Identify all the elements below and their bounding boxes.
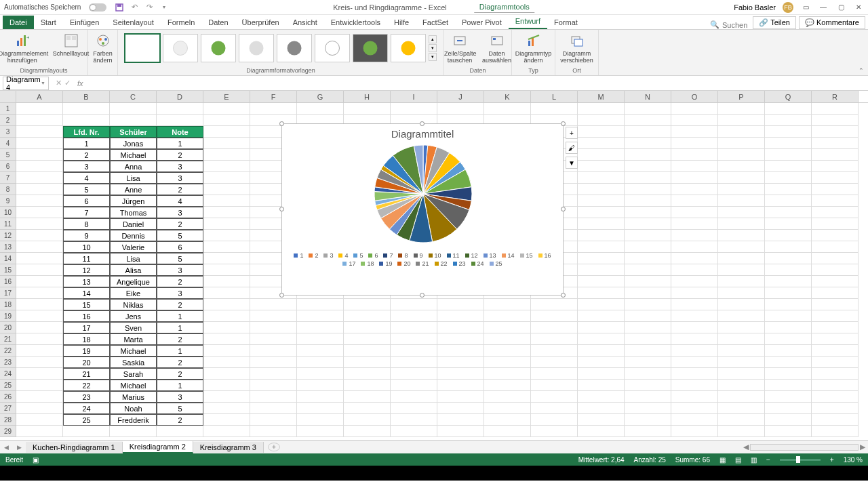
cell[interactable]: [484, 333, 531, 345]
cell[interactable]: [203, 149, 250, 161]
cell[interactable]: [391, 333, 437, 345]
cell[interactable]: [484, 345, 531, 357]
cell[interactable]: [765, 357, 812, 368]
cell[interactable]: [391, 403, 437, 414]
cell[interactable]: [203, 299, 250, 310]
cell[interactable]: [344, 391, 391, 403]
cell[interactable]: Thomas: [110, 207, 157, 218]
share-button[interactable]: 🔗 Teilen: [753, 16, 796, 29]
tab-factset[interactable]: FactSet: [416, 16, 455, 29]
cell[interactable]: [344, 380, 391, 391]
cell[interactable]: [578, 287, 625, 299]
row-header[interactable]: 10: [0, 207, 16, 218]
cell[interactable]: [578, 161, 625, 172]
chart-elements-button[interactable]: +: [566, 127, 578, 139]
fx-icon[interactable]: fx: [75, 79, 86, 87]
cell[interactable]: 3: [157, 264, 203, 276]
cell[interactable]: [671, 414, 718, 426]
cell[interactable]: [812, 149, 859, 161]
cell[interactable]: [250, 414, 297, 426]
cell[interactable]: [391, 322, 437, 333]
row-header[interactable]: 14: [0, 253, 16, 264]
chart-styles-button[interactable]: 🖌: [566, 142, 578, 154]
cell[interactable]: [157, 115, 203, 126]
cell[interactable]: [671, 218, 718, 230]
cell[interactable]: [812, 322, 859, 333]
cell[interactable]: [297, 345, 344, 357]
cell[interactable]: [718, 287, 765, 299]
cell[interactable]: 1: [63, 138, 110, 149]
cell[interactable]: Marius: [110, 391, 157, 403]
hscroll-left[interactable]: ◀: [743, 443, 749, 451]
cell[interactable]: [16, 161, 63, 172]
cell[interactable]: 11: [63, 253, 110, 264]
row-header[interactable]: 25: [0, 380, 16, 391]
cell[interactable]: [671, 380, 718, 391]
column-header[interactable]: K: [484, 91, 531, 102]
cell[interactable]: [578, 414, 625, 426]
cell[interactable]: [16, 426, 63, 437]
autosave-toggle[interactable]: [89, 3, 106, 12]
cell[interactable]: [671, 195, 718, 207]
cell[interactable]: [16, 195, 63, 207]
row-header[interactable]: 18: [0, 299, 16, 310]
cell[interactable]: 1: [157, 322, 203, 333]
cell[interactable]: [718, 230, 765, 241]
chart-object[interactable]: Diagrammtitel 12345678910111213141516171…: [281, 123, 564, 296]
legend-item[interactable]: 20: [397, 260, 410, 267]
column-header[interactable]: Q: [765, 91, 812, 102]
column-header[interactable]: E: [203, 91, 250, 102]
cell[interactable]: [578, 264, 625, 276]
cell[interactable]: [203, 333, 250, 345]
column-header[interactable]: A: [16, 91, 63, 102]
cell[interactable]: [671, 368, 718, 380]
tab-einfügen[interactable]: Einfügen: [63, 16, 106, 29]
cell[interactable]: Daniel: [110, 218, 157, 230]
cell[interactable]: [812, 115, 859, 126]
cell[interactable]: [391, 380, 437, 391]
cell[interactable]: [718, 368, 765, 380]
cell[interactable]: [16, 230, 63, 241]
cell[interactable]: [718, 195, 765, 207]
cell[interactable]: [344, 322, 391, 333]
cell[interactable]: [578, 345, 625, 357]
cell[interactable]: [250, 380, 297, 391]
chart-style-6[interactable]: [315, 34, 350, 62]
cell[interactable]: [391, 426, 437, 437]
cell[interactable]: [63, 103, 110, 115]
cell[interactable]: 18: [63, 333, 110, 345]
cell[interactable]: [671, 126, 718, 138]
cell[interactable]: [250, 345, 297, 357]
cell[interactable]: [671, 184, 718, 195]
cell[interactable]: [812, 276, 859, 287]
row-header[interactable]: 3: [0, 126, 16, 138]
legend-item[interactable]: 15: [520, 252, 533, 259]
cell[interactable]: [671, 391, 718, 403]
sheet-tab[interactable]: Kreisdiagramm 2: [123, 441, 193, 453]
cell[interactable]: [297, 299, 344, 310]
gallery-scroll[interactable]: ▴▾▾: [429, 35, 437, 61]
cell[interactable]: [578, 253, 625, 264]
cell[interactable]: [531, 403, 578, 414]
cell[interactable]: [484, 322, 531, 333]
minimize-icon[interactable]: —: [818, 3, 829, 12]
close-icon[interactable]: ✕: [853, 3, 864, 12]
row-header[interactable]: 5: [0, 149, 16, 161]
cell[interactable]: [437, 322, 484, 333]
cell[interactable]: [297, 310, 344, 322]
cell[interactable]: [344, 345, 391, 357]
cell[interactable]: Jonas: [110, 138, 157, 149]
cell[interactable]: [157, 426, 203, 437]
cell[interactable]: [203, 403, 250, 414]
row-header[interactable]: 20: [0, 322, 16, 333]
maximize-icon[interactable]: ▢: [835, 3, 846, 12]
column-header[interactable]: L: [531, 91, 578, 102]
column-header[interactable]: J: [437, 91, 484, 102]
cell[interactable]: [812, 403, 859, 414]
cell[interactable]: [765, 184, 812, 195]
cell[interactable]: [578, 184, 625, 195]
tab-entwicklertools[interactable]: Entwicklertools: [324, 16, 387, 29]
zoom-out-button[interactable]: −: [766, 456, 770, 464]
cell[interactable]: [578, 333, 625, 345]
save-icon[interactable]: [115, 3, 124, 12]
